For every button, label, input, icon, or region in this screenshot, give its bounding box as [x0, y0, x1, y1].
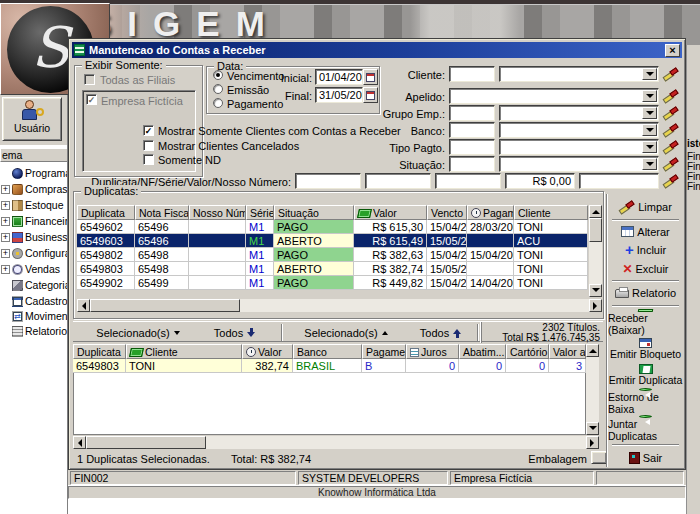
table-row[interactable]: 654980365498M1ABERTOR$ 382,7415/05/200TO…	[77, 262, 588, 276]
col-vencto[interactable]: Vencto	[427, 205, 467, 220]
selecionados-down-button[interactable]: Selecionado(s)	[83, 325, 193, 340]
chevron-down-icon[interactable]	[642, 158, 657, 170]
col-duplicata[interactable]: Duplicata	[73, 344, 126, 359]
scroll-up-icon[interactable]	[586, 344, 599, 357]
tree-item-relatorios[interactable]: Relatorios	[1, 324, 68, 338]
cliente-combo[interactable]	[499, 66, 659, 82]
incluir-button[interactable]: +Incluir	[608, 241, 683, 260]
col-nosso-numero[interactable]: Nosso Número	[189, 205, 246, 220]
relatorio-button[interactable]: Relatorio	[608, 284, 683, 303]
emitir-bloqueto-button[interactable]: Emitir Bloqueto	[608, 336, 683, 362]
tree-item-programas[interactable]: Programas do	[1, 166, 68, 180]
table-row[interactable]: 654980265498M1PAGOR$ 382,6315/04/20015/0…	[77, 248, 588, 262]
selected-horizontal-scrollbar[interactable]	[73, 436, 599, 449]
cliente-code-input[interactable]	[449, 66, 495, 82]
user-button[interactable]: Usuário	[2, 97, 62, 141]
pagamento-radio[interactable]	[213, 98, 223, 108]
dialog-titlebar[interactable]: Manutencao do Contas a Receber ×	[72, 42, 682, 58]
table-row[interactable]: 654960265496M1PAGOR$ 615,3015/04/20028/0…	[77, 220, 588, 234]
chevron-down-icon[interactable]	[642, 90, 657, 102]
todos-up-button[interactable]: Todos	[409, 325, 473, 340]
col-cliente[interactable]: Cliente	[514, 205, 588, 220]
tree-item-vendas[interactable]: +Vendas	[1, 262, 68, 276]
receber-baixar-button[interactable]: Receber (Baixar)	[608, 309, 683, 336]
scroll-right-icon[interactable]	[586, 436, 599, 449]
duplicatas-vertical-scrollbar[interactable]	[589, 205, 602, 297]
expander-icon[interactable]: +	[1, 217, 10, 226]
estorno-de-baixa-button[interactable]: Estorno de Baixa	[608, 388, 683, 415]
clear-banco-icon[interactable]	[663, 123, 679, 137]
tipo-pagto-code-input[interactable]	[449, 139, 495, 155]
banco-code-input[interactable]	[449, 122, 495, 138]
chevron-down-icon[interactable]	[642, 141, 657, 153]
data-final-input[interactable]: 31/05/2008	[315, 87, 363, 103]
col-cartorio[interactable]: Cartório	[506, 344, 549, 359]
table-row[interactable]: 6549803 TONI 382,74 BRASIL B 0 0 0 3	[73, 359, 586, 373]
emissao-radio[interactable]	[213, 84, 223, 94]
dup-filter-nosso-numero-input[interactable]	[579, 173, 659, 189]
close-icon[interactable]: ×	[665, 44, 680, 57]
tree-item-movimentacao[interactable]: ⇄Movimenta	[1, 309, 68, 323]
grupo-emp-combo[interactable]	[499, 105, 659, 121]
dup-filter-valor-input[interactable]: R$ 0,00	[505, 173, 575, 189]
mostrar-somente-checkbox[interactable]: ✓	[143, 125, 154, 136]
col-nota-fiscal[interactable]: Nota Fiscal	[135, 205, 189, 220]
clear-situacao-icon[interactable]	[663, 157, 679, 171]
col-pagam[interactable]: Pagam...	[467, 205, 514, 220]
col-banco[interactable]: Banco	[293, 344, 362, 359]
juntar-duplicatas-button[interactable]: Juntar Duplicatas	[608, 415, 683, 442]
somente-nd-checkbox[interactable]	[143, 154, 154, 165]
clear-dup-filter-icon[interactable]	[663, 174, 679, 188]
col-valor-a[interactable]: Valor a	[549, 344, 586, 359]
mostrar-cancelados-checkbox[interactable]	[143, 140, 154, 151]
expander-icon[interactable]: +	[1, 201, 10, 210]
expander-icon[interactable]: +	[1, 265, 10, 274]
scroll-down-icon[interactable]	[586, 422, 599, 435]
clear-apelido-icon[interactable]	[663, 89, 679, 103]
col-valor[interactable]: Valor	[242, 344, 293, 359]
embalagem-button[interactable]	[591, 451, 607, 464]
col-abatimento[interactable]: Abatim...	[459, 344, 506, 359]
expander-icon[interactable]: +	[1, 185, 10, 194]
clear-tipo-icon[interactable]	[663, 140, 679, 154]
tree-item-compras[interactable]: +Compras	[1, 182, 68, 196]
todos-down-button[interactable]: Todos	[203, 325, 267, 340]
todas-filiais-checkbox[interactable]	[84, 74, 95, 85]
banco-combo[interactable]	[499, 122, 659, 138]
clear-cliente-icon[interactable]	[663, 67, 679, 81]
selected-vertical-scrollbar[interactable]	[586, 344, 599, 435]
col-juros[interactable]: Juros	[406, 344, 459, 359]
expander-icon[interactable]: +	[1, 233, 10, 242]
chevron-down-icon[interactable]	[642, 124, 657, 136]
situacao-code-input[interactable]	[449, 156, 495, 172]
duplicatas-horizontal-scrollbar[interactable]	[77, 299, 602, 312]
empresa-checkbox[interactable]: ✓	[86, 94, 97, 105]
col-pagamento[interactable]: Pagamento	[362, 344, 406, 359]
col-serie[interactable]: Série	[246, 205, 274, 220]
chevron-down-icon[interactable]	[642, 107, 657, 119]
tree-item-business[interactable]: +Business I	[1, 230, 68, 244]
situacao-combo[interactable]	[499, 156, 659, 172]
scroll-right-icon[interactable]	[589, 299, 602, 312]
expander-icon[interactable]: +	[1, 249, 10, 258]
selecionados-up-button[interactable]: Selecionado(s)	[291, 325, 401, 340]
tipo-pagto-combo[interactable]	[499, 139, 659, 155]
apelido-combo[interactable]	[449, 88, 659, 104]
scroll-up-icon[interactable]	[589, 205, 602, 218]
table-row[interactable]: 654990265499M1PAGOR$ 449,8215/04/20014/0…	[77, 276, 588, 290]
col-valor[interactable]: Valor	[354, 205, 427, 220]
tree-item-cadastros[interactable]: Cadastros	[1, 294, 68, 308]
excluir-button[interactable]: ✕Excluir	[608, 260, 683, 279]
dup-filter-serie-input[interactable]	[435, 173, 501, 189]
tree-item-financeiro[interactable]: +Financeiro	[1, 214, 68, 228]
table-row-selected[interactable]: 654960365496M1ABERTOR$ 615,4915/05/200AC…	[77, 234, 588, 248]
col-cliente[interactable]: Cliente	[126, 344, 242, 359]
clear-grupo-icon[interactable]	[663, 106, 679, 120]
scroll-left-icon[interactable]	[73, 436, 86, 449]
grupo-emp-code-input[interactable]	[449, 105, 495, 121]
alterar-button[interactable]: Alterar	[608, 223, 683, 242]
tree-item-estoque[interactable]: +Estoque	[1, 198, 68, 212]
col-duplicata[interactable]: Duplicata	[77, 205, 135, 220]
dup-filter-duplicata-input[interactable]	[295, 173, 361, 189]
vencimento-radio[interactable]	[213, 70, 223, 80]
